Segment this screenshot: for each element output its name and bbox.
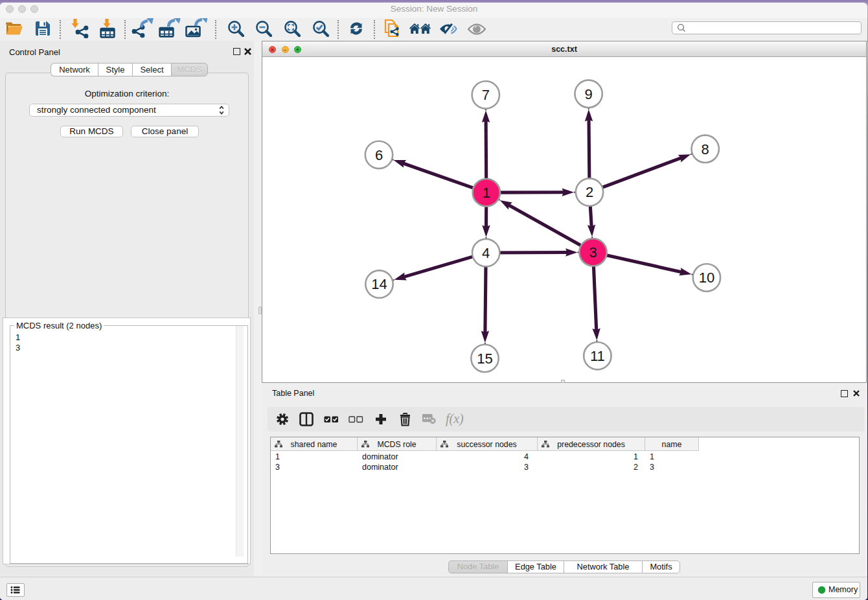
svg-text:6: 6 xyxy=(375,147,383,163)
svg-text:10: 10 xyxy=(699,270,714,286)
svg-text:4: 4 xyxy=(482,245,490,261)
svg-text:8: 8 xyxy=(702,141,709,157)
svg-text:15: 15 xyxy=(477,351,492,367)
svg-text:14: 14 xyxy=(371,276,387,292)
svg-text:7: 7 xyxy=(482,87,490,103)
svg-text:2: 2 xyxy=(586,184,593,200)
svg-text:3: 3 xyxy=(589,244,597,260)
svg-text:11: 11 xyxy=(590,348,605,364)
svg-text:1: 1 xyxy=(483,185,490,201)
svg-text:9: 9 xyxy=(584,86,592,102)
